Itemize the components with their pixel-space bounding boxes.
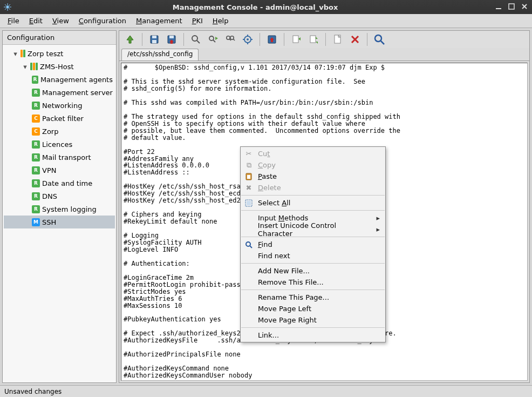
toolbar-export-right-button[interactable]	[306, 32, 321, 47]
badge-icon: R	[32, 140, 40, 149]
tree-item-ssh[interactable]: MSSH	[4, 216, 115, 228]
status-pillars-icon	[21, 50, 25, 57]
ctx-copy[interactable]: ⧉Copy	[241, 159, 385, 171]
menu-edit[interactable]: Edit	[25, 15, 47, 26]
toolbar-save-config-button[interactable]	[164, 32, 179, 47]
tree-label: Licences	[42, 140, 72, 149]
app-icon	[3, 3, 12, 11]
ctx-rename-page[interactable]: Rename This Page...	[241, 292, 385, 303]
tree-host[interactable]: ▾ ZMS-Host	[4, 60, 115, 73]
toolbar-up-button[interactable]	[122, 32, 138, 47]
ctx-insert-unicode[interactable]: Insert Unicode Control Character▸	[241, 224, 385, 235]
ctx-remove-file[interactable]: Remove This File...	[241, 277, 385, 288]
badge-icon: R	[32, 166, 40, 174]
status-text: Unsaved changes	[4, 388, 62, 395]
tree-item-mail-transport[interactable]: RMail transport	[4, 151, 115, 164]
tree-item-date-and-time[interactable]: RDate and time	[4, 177, 115, 190]
tree-item-licences[interactable]: RLicences	[4, 138, 115, 151]
badge-icon: R	[32, 192, 40, 200]
tree-item-management-server[interactable]: RManagement server	[4, 86, 115, 99]
tree-item-system-logging[interactable]: RSystem logging	[4, 203, 115, 216]
menu-configuration[interactable]: Configuration	[74, 15, 131, 26]
tree-item-packet-filter[interactable]: CPacket filter	[4, 112, 115, 125]
tree-label: VPN	[42, 166, 56, 174]
badge-icon: C	[32, 115, 40, 123]
toolbar-settings-button[interactable]	[240, 32, 255, 47]
svg-point-14	[192, 36, 197, 41]
minimize-button[interactable]	[495, 3, 503, 11]
toolbar	[119, 30, 530, 48]
tree-label: Zorp	[42, 127, 58, 136]
ctx-cut[interactable]: ✂Cut	[241, 148, 385, 159]
svg-line-17	[213, 40, 215, 42]
menubar: File Edit View Configuration Management …	[0, 14, 532, 28]
ctx-delete[interactable]: ✖Delete	[241, 182, 385, 193]
tree-label: ZMS-Host	[40, 63, 74, 71]
ctx-link[interactable]: Link...	[241, 329, 385, 341]
toolbar-document-button[interactable]	[330, 32, 345, 47]
tree-label: Management server	[42, 89, 113, 97]
toolbar-find-next-button[interactable]	[206, 32, 221, 47]
svg-point-16	[209, 36, 214, 41]
tree-item-networking[interactable]: RNetworking	[4, 99, 115, 112]
svg-line-15	[197, 41, 200, 43]
cut-icon: ✂	[244, 150, 254, 158]
menu-file[interactable]: File	[3, 15, 24, 26]
svg-point-40	[246, 242, 250, 246]
toolbar-search-button[interactable]	[188, 32, 203, 47]
tree-label: Management agents	[40, 76, 113, 84]
file-tab[interactable]: /etc/ssh/sshd_config	[121, 49, 199, 60]
ctx-paste[interactable]: Paste	[241, 171, 385, 182]
ctx-add-new-file[interactable]: Add New File...	[241, 265, 385, 277]
ctx-find-next[interactable]: Find next	[241, 250, 385, 261]
svg-rect-39	[247, 201, 251, 205]
chevron-down-icon: ▾	[12, 51, 18, 57]
menu-view[interactable]: View	[48, 15, 73, 26]
chevron-down-icon: ▾	[22, 64, 28, 70]
close-button[interactable]	[521, 3, 529, 11]
svg-line-41	[250, 246, 252, 248]
paste-icon	[244, 173, 254, 180]
menu-pki[interactable]: PKI	[188, 15, 207, 26]
menu-management[interactable]: Management	[132, 15, 187, 26]
tree-item-zorp[interactable]: CZorp	[4, 125, 115, 138]
status-pillars-icon	[30, 63, 38, 70]
statusbar: Unsaved changes	[0, 385, 532, 397]
toolbar-big-search-button[interactable]	[372, 32, 387, 47]
tree-label: Packet filter	[42, 115, 84, 123]
toolbar-delete-button[interactable]	[347, 32, 363, 47]
svg-rect-11	[152, 40, 156, 43]
svg-point-34	[375, 35, 381, 42]
toolbar-find-all-button[interactable]	[223, 32, 238, 47]
svg-rect-30	[310, 36, 316, 43]
svg-rect-6	[509, 4, 514, 9]
badge-icon: R	[32, 89, 40, 97]
badge-icon: R	[32, 205, 40, 213]
ctx-select-all[interactable]: Select All	[241, 197, 385, 208]
ctx-move-left[interactable]: Move Page Left	[241, 303, 385, 314]
menu-help[interactable]: Help	[208, 15, 233, 26]
badge-icon: M	[32, 218, 40, 226]
toolbar-save-button[interactable]	[147, 32, 162, 47]
tree-item-dns[interactable]: RDNS	[4, 190, 115, 203]
tabbar: /etc/ssh/sshd_config	[119, 48, 530, 60]
toolbar-export-left-button[interactable]	[289, 32, 304, 47]
toolbar-import-button[interactable]	[264, 32, 279, 47]
tree-label: System logging	[42, 205, 97, 213]
select-all-icon	[244, 199, 254, 207]
find-icon	[244, 241, 254, 248]
badge-icon: R	[32, 76, 38, 84]
sidebar-header: Configuration	[3, 31, 116, 45]
tree-label: Networking	[42, 102, 82, 110]
svg-rect-29	[293, 36, 298, 43]
tree-item-vpn[interactable]: RVPN	[4, 164, 115, 177]
badge-icon: R	[32, 102, 40, 110]
maximize-button[interactable]	[508, 3, 516, 11]
tree-label: DNS	[42, 192, 57, 200]
ctx-move-right[interactable]: Move Page Right	[241, 314, 385, 326]
ctx-find[interactable]: Find	[241, 239, 385, 250]
titlebar: Management Console - admin@local_vbox	[0, 0, 532, 14]
delete-icon: ✖	[244, 184, 254, 192]
tree-root[interactable]: ▾ Zorp teszt	[4, 47, 115, 60]
tree-item-management-agents[interactable]: RManagement agents	[4, 73, 115, 86]
